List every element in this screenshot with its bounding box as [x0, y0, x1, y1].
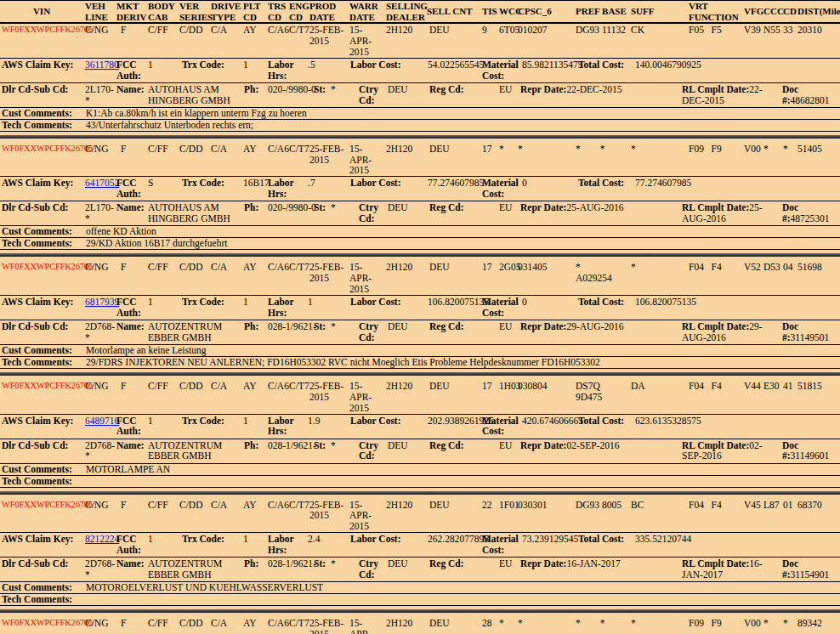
drive-type-value: C/A — [209, 144, 241, 155]
header-col-cpsc-6: CPSC_6 — [516, 6, 574, 16]
header-col-pref-base: PREF BASE — [574, 6, 629, 16]
block-separator — [0, 372, 840, 376]
body-cab-value: C/FF — [146, 618, 178, 629]
material-cost-value: 420.674606665 — [519, 416, 574, 427]
labor-hrs-label: Labor Hrs: — [266, 178, 306, 200]
claim-cost-row: AWS Claim Key: 6817939 FCC Auth: 1 Trx C… — [0, 296, 840, 320]
eng-cd-value: C/T7 — [287, 25, 308, 36]
header-col-drive-type: DRIVE TYPE — [209, 1, 241, 22]
repr-date-value: 22-DEC-2015 — [566, 84, 621, 94]
ccc-value: E30 — [762, 381, 781, 392]
mkt-deriv-value: F — [115, 381, 146, 392]
cust-comments-label: Cust Comments: — [0, 582, 83, 593]
header-col-wcc: WCC — [497, 6, 516, 16]
doc-number: Doc #:48682801 — [769, 84, 840, 106]
trs-cd-value: C/A6 — [266, 500, 287, 511]
ccc-value: N55 — [762, 25, 781, 36]
labor-cost-label: Labor Cost: — [349, 178, 417, 189]
warr-date-value: 15-APR-2015 — [348, 618, 384, 634]
trx-code-value: 1 — [241, 59, 266, 71]
material-cost-label: Material Cost: — [480, 534, 519, 556]
repr-date-label: Repr Date: — [520, 440, 566, 450]
cd-value: * — [781, 144, 796, 155]
tech-comments-text: 29/FDRS INJEKTOREN NEU ANLERNEN; FD16H05… — [83, 357, 840, 368]
rl-cmplt-date: RL Cmplt Date:29-AUG-2016 — [680, 321, 769, 343]
drive-type-value: C/A — [209, 25, 241, 36]
vfg-value: V52 — [742, 262, 762, 273]
tis-value: 22 — [480, 500, 497, 511]
cust-comments-row: Cust Comments: offene KD Aktion — [0, 226, 840, 238]
trx-code-value: 16B17 — [241, 178, 266, 189]
total-cost-value: 140.0046790925 — [633, 59, 840, 71]
plt-cd-value: AY — [241, 25, 266, 36]
vrt-function-value: F09 F9 — [687, 618, 742, 629]
suff-value: * — [629, 618, 687, 629]
reg-cd-value: EU — [497, 202, 516, 213]
dist-miles-value: 89342 — [796, 618, 840, 629]
ccc-value: * — [762, 144, 781, 155]
reg-cd-label: Reg Cd: — [417, 84, 497, 95]
suff-value: BC — [629, 500, 687, 511]
trx-code-value: 1 — [241, 416, 266, 427]
warr-date-value: 15-APR-2015 — [348, 144, 384, 177]
vehicle-codes-row: WF0FXXWPCFFK26706 C/NG F C/FF C/DD C/A A… — [0, 24, 840, 59]
doc-number-value: 48725301 — [791, 213, 830, 224]
trx-code-label: Trx Code: — [180, 297, 241, 308]
dlr-cd-value: 2D768-* — [83, 321, 115, 343]
repr-date-value: 29-AUG-2016 — [566, 321, 623, 331]
vehicle-codes-row: WF0FXXWPCFFK26706 C/NG F C/FF C/DD C/A A… — [0, 143, 840, 178]
rl-cmplt-date-label: RL Cmplt Date: — [682, 84, 749, 94]
total-cost-value: 106.820075135 — [633, 297, 840, 308]
header-col-ccc: CCC — [762, 6, 781, 16]
total-cost-label: Total Cost: — [574, 416, 633, 427]
block-separator — [0, 609, 840, 613]
vrt-function-value: F09 F9 — [687, 144, 742, 155]
cust-comments-text: offene KD Aktion — [83, 226, 840, 237]
tech-comments-label: Tech Comments: — [0, 594, 83, 605]
dist-miles-value: 51698 — [796, 262, 840, 273]
labor-hrs-label: Labor Hrs: — [266, 416, 306, 438]
claim-key-link[interactable]: 3611780 — [85, 59, 119, 70]
tech-comments-row: Tech Comments: 29/FDRS INJEKTOREN NEU AN… — [0, 357, 840, 369]
wcc-value: 2G05 — [497, 262, 516, 273]
total-cost-label: Total Cost: — [574, 178, 633, 189]
labor-hrs-label: Labor Hrs: — [266, 297, 306, 319]
ctry-cd-value: DEU — [384, 321, 417, 332]
pref-base-value: * A029254 — [574, 262, 629, 284]
labor-hrs-label: Labor Hrs: — [266, 534, 306, 556]
prod-date-value: 25-FEB-2015 — [308, 262, 348, 284]
tech-comments-row: Tech Comments: — [0, 476, 840, 488]
dlr-cd-label: Dlr Cd-Sub Cd: — [0, 440, 83, 451]
tis-value: 17 — [480, 381, 497, 392]
ph-label: Ph: — [241, 440, 266, 451]
veh-line-value: C/NG — [83, 381, 115, 392]
tech-comments-text: 43/Unterfahrschutz Unterboden rechts ern… — [83, 120, 840, 131]
dist-miles-value: 20310 — [796, 25, 840, 36]
vin-value: WF0FXXWPCFFK26706 — [0, 381, 83, 391]
trx-code-label: Trx Code: — [180, 416, 241, 427]
ver-series-value: C/DD — [178, 262, 209, 273]
header-col-prod-date: PROD DATE — [308, 1, 348, 22]
ctry-cd-value: DEU — [384, 84, 417, 95]
total-cost-value: 77.274607985 — [633, 178, 840, 189]
mkt-deriv-value: F — [115, 144, 146, 155]
cd-value: 41 — [781, 381, 796, 392]
vfg-value: V00 — [742, 144, 762, 155]
ph-label: Ph: — [241, 321, 266, 332]
dealer-info-row: Dlr Cd-Sub Cd: 2D768-* Name: AUTOZENTRUM… — [0, 439, 840, 464]
mkt-deriv-value: F — [115, 262, 146, 273]
trx-code-label: Trx Code: — [180, 178, 241, 189]
name-label: Name: — [115, 440, 146, 451]
vin-value: WF0FXXWPCFFK26706 — [0, 500, 83, 510]
sell-cnt-value: DEU — [417, 25, 480, 36]
doc-number: Doc #:31154901 — [769, 558, 840, 580]
sell-cnt-value: DEU — [417, 500, 480, 511]
trs-cd-value: C/A6 — [266, 618, 287, 629]
labor-cost-label: Labor Cost: — [349, 534, 417, 545]
vehicle-codes-row: WF0FXXWPCFFK26706 C/NG F C/FF C/DD C/A A… — [0, 261, 840, 296]
vehicle-codes-row: WF0FXXWPCFFK26706 C/NG F C/FF C/DD C/A A… — [0, 617, 840, 634]
wcc-value: 1H03 — [497, 381, 516, 392]
tech-comments-label: Tech Comments: — [0, 476, 83, 487]
vrt-function-value: F04 F4 — [687, 500, 742, 511]
ph-value: 028-1/9621- — [266, 440, 308, 451]
